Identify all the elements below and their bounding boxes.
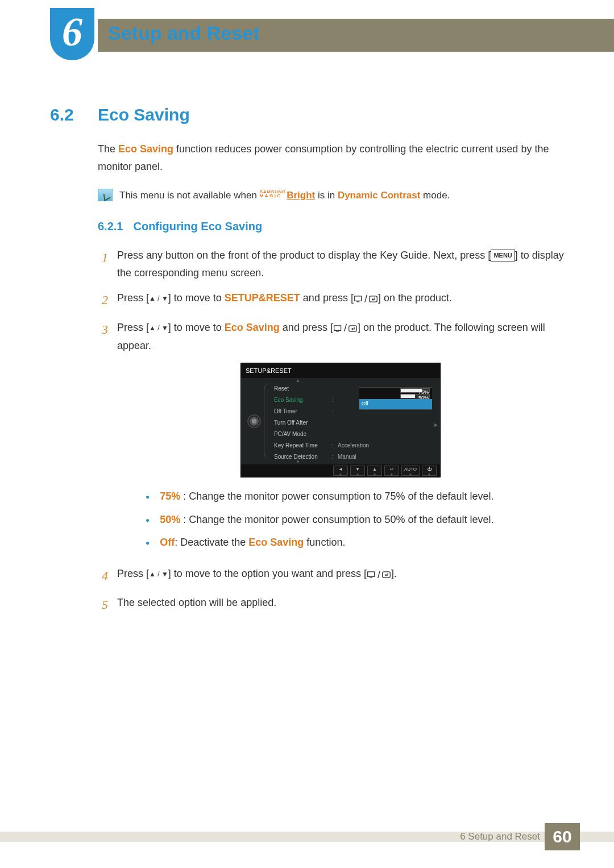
- step4-b: ] to move to the option you want and pre…: [168, 568, 367, 579]
- bullet-off-term: Off: [160, 537, 175, 548]
- svg-rect-4: [336, 331, 339, 331]
- bullet-50: ● 50% : Change the monitor power consump…: [146, 511, 564, 529]
- step-body: Press [▲ / ▼] to move to the option you …: [117, 565, 564, 586]
- step2-b: ] to move to: [168, 292, 225, 304]
- osd-popup-off: Off: [359, 399, 432, 409]
- osd-nav-left-icon: ◄▼: [333, 466, 348, 476]
- option-bullets: ● 75% : Change the monitor power consump…: [146, 488, 564, 551]
- scroll-right-icon: ▶: [434, 421, 438, 429]
- note-bright: Bright: [287, 190, 315, 201]
- svg-rect-7: [370, 577, 372, 578]
- step-3: 3 Press [▲ / ▼] to move to Eco Saving an…: [98, 319, 564, 557]
- steps-list: 1 Press any button on the front of the p…: [98, 247, 564, 616]
- page-number: 60: [545, 823, 580, 850]
- osd-title: SETUP&RESET: [241, 363, 440, 379]
- osd-popup-75: 75%: [359, 388, 432, 393]
- bullet-off-eco: Eco Saving: [248, 537, 304, 548]
- source-enter-icon: /: [354, 290, 378, 308]
- osd-item-source-detection: Source Detection:Manual: [268, 451, 439, 462]
- bullet-50-term: 50%: [160, 514, 180, 525]
- note-text: This menu is not available when SAMSUNGM…: [119, 188, 450, 204]
- up-down-arrow-icon: ▲ / ▼: [149, 568, 168, 580]
- intro-paragraph: The Eco Saving function reduces power co…: [98, 140, 564, 175]
- step2-a: Press [: [117, 292, 149, 304]
- step3-a: Press [: [117, 322, 149, 333]
- section-heading: 6.2 Eco Saving: [50, 105, 564, 124]
- step3-b: ] to move to: [168, 322, 225, 333]
- up-down-arrow-icon: ▲ / ▼: [149, 293, 168, 304]
- bullet-50-text: : Change the monitor power consumption t…: [180, 514, 493, 525]
- step-body: Press [▲ / ▼] to move to Eco Saving and …: [117, 319, 564, 557]
- footer-text: 6 Setup and Reset: [460, 831, 540, 842]
- osd-item-key-repeat: Key Repeat Time:Acceleration: [268, 439, 439, 451]
- bullet-off-mid: : Deactivate the: [175, 537, 248, 548]
- step3-c: and press [: [280, 322, 333, 333]
- step2-c: and press [: [300, 292, 354, 304]
- samsung-magic-logo: SAMSUNGMAGIC: [260, 190, 287, 198]
- step-body: Press [▲ / ▼] to move to SETUP&RESET and…: [117, 289, 564, 310]
- osd-footer: ◄▼ ▼▼ ▲▼ ↵▼ AUTO▼ ⏻▼: [241, 464, 440, 477]
- osd-screenshot: SETUP&RESET ▲ Reset Eco Saving: Off Time…: [240, 363, 441, 478]
- up-down-arrow-icon: ▲ / ▼: [149, 322, 168, 334]
- osd-popup-50: 50%: [359, 393, 432, 399]
- osd-menu-pane: ▲ Reset Eco Saving: Off Timer: Turn Off …: [267, 378, 440, 464]
- source-enter-icon: /: [367, 566, 391, 584]
- osd-nav-auto: AUTO▼: [401, 466, 420, 476]
- note-row: This menu is not available when SAMSUNGM…: [98, 188, 564, 204]
- osd-item-turn-off-after: Turn Off After: [268, 417, 439, 428]
- svg-rect-6: [368, 572, 375, 577]
- subsection-title: Configuring Eco Saving: [133, 220, 262, 233]
- intro-term: Eco Saving: [118, 143, 173, 155]
- step-5: 5 The selected option will be applied.: [98, 594, 564, 615]
- step-number: 5: [98, 594, 108, 615]
- svg-rect-0: [355, 296, 362, 301]
- bullet-dot-icon: ●: [146, 491, 150, 505]
- step1-a: Press any button on the front of the pro…: [117, 250, 491, 261]
- step-body: Press any button on the front of the pro…: [117, 247, 564, 281]
- step-number: 2: [98, 289, 108, 310]
- bullet-off-post: function.: [304, 537, 345, 548]
- step-number: 1: [98, 247, 108, 281]
- note-mode: Dynamic Contrast: [338, 190, 420, 201]
- osd-nav-up-icon: ▲▼: [367, 466, 382, 476]
- bullet-off: ● Off: Deactivate the Eco Saving functio…: [146, 534, 564, 551]
- osd-nav-power-icon: ⏻▼: [422, 466, 437, 476]
- step-1: 1 Press any button on the front of the p…: [98, 247, 564, 281]
- chapter-title: Setup and Reset: [108, 22, 259, 44]
- intro-pre: The: [98, 143, 118, 155]
- source-enter-icon: /: [333, 319, 358, 337]
- step-body: The selected option will be applied.: [117, 594, 564, 615]
- footer-band: 6 Setup and Reset 60: [0, 832, 614, 842]
- step3-target: Eco Saving: [225, 322, 280, 333]
- gear-icon: [248, 416, 260, 427]
- bullet-dot-icon: ●: [146, 537, 150, 551]
- svg-rect-3: [334, 326, 341, 331]
- svg-rect-1: [356, 302, 359, 302]
- osd-nav-enter-icon: ↵▼: [384, 466, 399, 476]
- scroll-down-icon: ▼: [296, 458, 300, 466]
- osd-nav-down-icon: ▼▼: [350, 466, 365, 476]
- note-post: mode.: [420, 190, 450, 201]
- note-icon: [98, 189, 113, 201]
- content-area: 6.2 Eco Saving The Eco Saving function r…: [50, 105, 564, 624]
- osd-item-pcav-mode: PC/AV Mode: [268, 428, 439, 439]
- step-2: 2 Press [▲ / ▼] to move to SETUP&RESET a…: [98, 289, 564, 310]
- step4-c: ].: [391, 568, 397, 579]
- bullet-75: ● 75% : Change the monitor power consump…: [146, 488, 564, 505]
- step5-a: The selected option will be applied.: [117, 597, 276, 608]
- note-mid: is in: [315, 190, 338, 201]
- step-4: 4 Press [▲ / ▼] to move to the option yo…: [98, 565, 564, 586]
- step4-a: Press [: [117, 568, 149, 579]
- note-pre: This menu is not available when: [119, 190, 260, 201]
- bullet-75-term: 75%: [160, 491, 180, 502]
- subsection-number: 6.2.1: [98, 220, 123, 233]
- osd-popup: 75% 50% Off: [359, 387, 432, 409]
- chapter-tab: 6: [50, 8, 94, 60]
- osd-curve-divider: [264, 383, 274, 460]
- section-title: Eco Saving: [98, 105, 190, 124]
- menu-key-icon: MENU: [491, 250, 515, 261]
- section-number: 6.2: [50, 105, 82, 124]
- subsection-heading: 6.2.1 Configuring Eco Saving: [98, 220, 564, 233]
- step2-target: SETUP&RESET: [225, 292, 300, 304]
- scroll-up-icon: ▲: [296, 377, 300, 385]
